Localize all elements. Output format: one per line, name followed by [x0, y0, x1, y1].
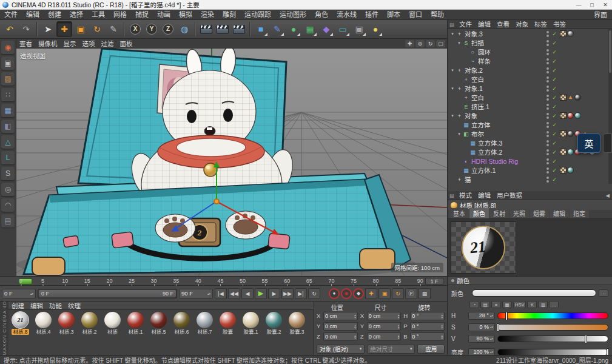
torus-mode-button[interactable]: ◎ [1, 183, 15, 196]
add-generator-menu[interactable]: ● [286, 21, 301, 37]
make-editable-button[interactable]: ▣ [1, 56, 15, 70]
menu-item-18[interactable]: 窗口 [405, 10, 426, 19]
viewport-menu-6[interactable]: 面板 [117, 39, 136, 48]
live-selection-tool[interactable]: ➤ [40, 21, 56, 37]
visibility-dots[interactable] [545, 95, 550, 101]
timeline-scrollbar[interactable]: 0 F 90 F [38, 289, 177, 298]
rotate-view-icon[interactable]: ↻ [426, 40, 435, 47]
viewport-menu-5[interactable]: 过滤 [98, 39, 117, 48]
coord-field[interactable]: 0 cm▴▾ [323, 322, 358, 331]
lock-button[interactable]: ◠ [1, 198, 15, 212]
material-swatch-12[interactable]: 胶囊.2 [263, 311, 285, 335]
menu-item-13[interactable]: 运动图形 [275, 10, 311, 19]
prev-frame-button[interactable]: ◀ [241, 288, 254, 299]
menu-item-19[interactable]: 帮助 [426, 10, 448, 19]
visibility-dots[interactable] [545, 40, 550, 46]
ime-indicator[interactable]: 英 [577, 133, 600, 153]
visibility-dots[interactable] [545, 149, 550, 155]
add-environment-menu[interactable]: ▭ [335, 21, 351, 37]
coordinate-system-button[interactable]: ◍ [177, 21, 192, 37]
render-view-button[interactable] [198, 21, 214, 37]
tab-3[interactable]: 反射 [489, 208, 509, 218]
material-manager-menu-4[interactable]: 纹理 [65, 302, 84, 310]
enable-check-icon[interactable]: ✓ [550, 104, 559, 110]
edges-mode-button[interactable]: ◧ [1, 120, 15, 133]
goto-start-button[interactable]: |◀ [215, 288, 227, 299]
enable-check-icon[interactable]: ✓ [550, 131, 559, 137]
lock-z-axis-button[interactable]: Z [160, 21, 176, 37]
enable-check-icon[interactable]: ✓ [550, 113, 559, 119]
timeline-scrollbar-thumb[interactable]: 0 F 90 F [39, 290, 176, 297]
visibility-dots[interactable] [545, 131, 550, 137]
expand-icon[interactable]: ▾ [456, 132, 462, 136]
enable-check-icon[interactable]: ✓ [550, 76, 559, 83]
enable-check-icon[interactable]: ✓ [550, 158, 559, 164]
enable-check-icon[interactable]: ✓ [550, 67, 559, 73]
add-deformer-menu[interactable]: ◆ [318, 21, 334, 37]
play-mode-button[interactable]: ↻ [308, 288, 320, 299]
spinner-arrows-icon[interactable]: ▴▾ [442, 324, 443, 329]
menu-item-6[interactable]: 网格 [109, 10, 131, 19]
material-tag-icon[interactable] [567, 130, 574, 137]
material-manager-menu-2[interactable]: 编辑 [27, 302, 46, 310]
material-tag-icon[interactable] [574, 94, 581, 101]
phong-tag-icon[interactable]: ▲ [567, 94, 574, 101]
attribute-manager-menu-2[interactable]: 编辑 [475, 191, 494, 200]
material-tag-icon[interactable] [567, 30, 574, 37]
texture-tag-icon[interactable] [560, 30, 567, 37]
enable-check-icon[interactable]: ✓ [550, 86, 559, 92]
tab-6[interactable]: 编辑 [550, 208, 569, 218]
coord-field[interactable]: 0 °▴▾ [410, 322, 445, 331]
texture-browse-button[interactable]: … [599, 289, 608, 297]
texture-mode-button[interactable]: ∷ [1, 88, 15, 101]
record-position-toggle[interactable]: ✚ [365, 288, 377, 299]
color-section-header[interactable]: 颜色 [448, 277, 612, 285]
current-color-swatch[interactable] [472, 289, 596, 297]
menu-item-10[interactable]: 渲染 [197, 10, 218, 19]
object-manager-menu-3[interactable]: 查看 [494, 20, 513, 29]
viewport-menu-4[interactable]: 选项 [79, 39, 98, 48]
material-swatch-10[interactable]: 胶囊 [217, 311, 239, 335]
sculpt-mode-button[interactable]: S [1, 167, 15, 180]
spinner-arrows-icon[interactable]: ▴▾ [442, 334, 443, 339]
object-row-8[interactable]: +空白✓▲ [448, 93, 612, 102]
current-frame-spinner[interactable]: 0 F▴▾ [2, 289, 36, 298]
material-swatch-8[interactable]: 材质.6 [170, 311, 193, 335]
tab-4[interactable]: 光照 [509, 208, 529, 218]
coord-field[interactable]: 0 °▴▾ [410, 332, 445, 341]
goto-end-button[interactable]: ▶| [295, 288, 307, 299]
zoom-view-icon[interactable]: ⊕ [415, 40, 425, 47]
record-pla-toggle[interactable]: ▦ [419, 288, 431, 299]
add-light-menu[interactable]: ● [368, 21, 383, 37]
spinner-arrows-icon[interactable]: ▴▾ [354, 324, 356, 329]
prev-key-button[interactable]: ◀◀ [228, 288, 240, 299]
texture-tag-icon[interactable] [560, 94, 567, 101]
menu-item-5[interactable]: 工具 [87, 10, 109, 19]
menu-item-4[interactable]: 选择 [66, 10, 87, 19]
saturation-value-field[interactable]: 0 %▴▾ [468, 323, 495, 331]
object-row-4[interactable]: ~样条✓ [448, 56, 612, 66]
ime-panel-partial[interactable] [603, 133, 612, 153]
spinner-arrows-icon[interactable]: ▴▾ [354, 334, 356, 339]
tab-5[interactable]: 烟雾 [530, 208, 549, 218]
record-parameter-toggle[interactable]: Ⓟ [405, 288, 417, 299]
pan-view-icon[interactable]: ✚ [405, 40, 414, 47]
menu-item-16[interactable]: 插件 [361, 10, 383, 19]
enable-check-icon[interactable]: ✓ [550, 140, 559, 146]
attribute-manager-menu-3[interactable]: 用户数据 [494, 191, 525, 200]
object-manager-menu-6[interactable]: 书签 [550, 20, 569, 29]
material-swatch-2[interactable]: 材质.4 [32, 311, 55, 335]
object-manager-menu-4[interactable]: 对象 [513, 20, 531, 29]
viewport-menu-3[interactable]: 显示 [61, 39, 79, 48]
menu-interface[interactable]: 界面 [589, 10, 612, 19]
expand-icon[interactable]: ▾ [456, 41, 462, 46]
enable-check-icon[interactable]: ✓ [550, 31, 559, 37]
rotate-tool[interactable]: ↻ [89, 21, 105, 37]
object-manager-menu-1[interactable]: 文件 [456, 20, 475, 29]
polygons-mode-button[interactable]: △ [1, 135, 15, 149]
material-tag-icon[interactable] [567, 149, 574, 155]
close-button[interactable]: ✕ [599, 0, 612, 9]
menu-item-15[interactable]: 流水线 [332, 10, 361, 19]
object-row-11[interactable]: ▦立方体✓ [448, 120, 612, 129]
visibility-dots[interactable] [545, 177, 550, 183]
